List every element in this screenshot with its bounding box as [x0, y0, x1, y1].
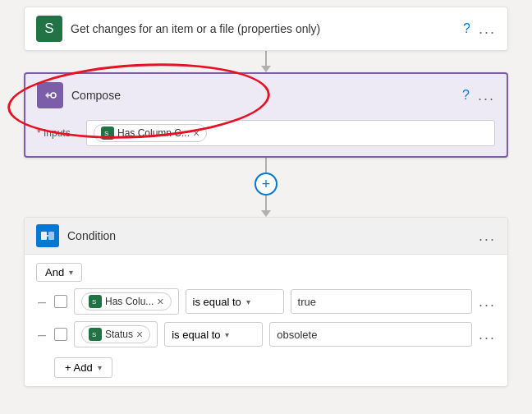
- step1-icon: S: [36, 16, 62, 42]
- condition-body: And ▾ – S Has Colu...: [25, 255, 507, 386]
- condition-title: Condition: [67, 229, 479, 242]
- compose-body: * Inputs S Has Column C... ×: [25, 117, 507, 156]
- add-step-button[interactable]: +: [255, 172, 277, 196]
- has-column-token-row1: S Has Colu... ×: [81, 292, 172, 310]
- row1-operator-text: is equal to: [193, 296, 241, 308]
- connector-2: +: [255, 158, 277, 217]
- row-checkbox-1[interactable]: [54, 295, 67, 308]
- compose-more-icon[interactable]: ...: [478, 87, 495, 104]
- compose-title: Compose: [71, 89, 462, 102]
- row1-token-input[interactable]: S Has Colu... ×: [74, 288, 179, 315]
- connector-1: [261, 51, 271, 72]
- row1-chevron-icon: ▾: [246, 297, 250, 306]
- connector-line: [265, 51, 267, 66]
- row2-token-close[interactable]: ×: [136, 329, 143, 340]
- condition-icon: [36, 224, 59, 247]
- has-column-token: S Has Column C... ×: [94, 124, 207, 142]
- row1-token-text: Has Colu...: [105, 296, 154, 307]
- step1-help-icon[interactable]: ?: [463, 21, 470, 36]
- svg-rect-3: [41, 232, 47, 240]
- row-dash-1: –: [36, 293, 48, 310]
- add-condition-button[interactable]: + Add ▾: [54, 357, 112, 378]
- row1-operator[interactable]: is equal to ▾: [186, 289, 284, 314]
- inputs-token-input[interactable]: S Has Column C... ×: [86, 120, 495, 146]
- and-label: And: [45, 266, 64, 278]
- row2-token-input[interactable]: S Status ×: [74, 321, 158, 347]
- row-checkbox-2[interactable]: [54, 328, 67, 341]
- row2-more-icon[interactable]: ...: [479, 326, 496, 343]
- connector-line-3: [265, 196, 267, 210]
- row2-value[interactable]: obsolete: [269, 322, 472, 347]
- token-sharepoint-icon: S: [101, 126, 114, 140]
- connector-arrow: [261, 66, 271, 72]
- row2-operator-text: is equal to: [172, 329, 220, 341]
- row1-token-close[interactable]: ×: [157, 296, 163, 307]
- compose-header: Compose ? ...: [25, 74, 507, 117]
- compose-card: Compose ? ... * Inputs S Has Column C...: [24, 72, 508, 158]
- row1-value[interactable]: true: [291, 289, 472, 314]
- token-close-icon[interactable]: ×: [193, 127, 200, 139]
- token-icon-row2: S: [89, 328, 102, 341]
- step1-card: S Get changes for an item or a file (pro…: [24, 7, 508, 51]
- step1-more-icon[interactable]: ...: [479, 21, 496, 38]
- compose-help-icon[interactable]: ?: [462, 88, 470, 103]
- svg-rect-4: [48, 232, 54, 240]
- chevron-down-icon: ▾: [69, 268, 73, 277]
- inputs-field-row: * Inputs S Has Column C... ×: [37, 120, 495, 146]
- svg-text:S: S: [104, 130, 108, 137]
- connector-line-2: [265, 158, 267, 172]
- status-token-row2: S Status ×: [81, 325, 150, 343]
- condition-row-1: – S Has Colu... × i: [36, 288, 496, 315]
- condition-row-2: – S Status × is equ: [36, 321, 496, 347]
- token-icon-row1: S: [89, 295, 102, 308]
- row2-token-text: Status: [105, 329, 133, 340]
- svg-text:S: S: [92, 331, 96, 338]
- svg-text:S: S: [92, 298, 96, 306]
- add-label: + Add: [65, 361, 93, 374]
- condition-card: Condition ... And ▾ – S: [24, 217, 508, 387]
- row2-chevron-icon: ▾: [225, 330, 229, 339]
- and-dropdown[interactable]: And ▾: [36, 263, 82, 282]
- token-text: Has Column C...: [117, 127, 190, 139]
- step1-label: Get changes for an item or a file (prope…: [71, 22, 463, 35]
- canvas: S Get changes for an item or a file (pro…: [0, 0, 532, 414]
- row-dash-2: –: [36, 326, 48, 343]
- condition-header: Condition ...: [25, 218, 507, 255]
- row2-operator[interactable]: is equal to ▾: [164, 322, 263, 347]
- inputs-label: * Inputs: [37, 127, 80, 139]
- connector-arrow-2: [261, 210, 271, 217]
- condition-more-icon[interactable]: ...: [479, 228, 496, 245]
- compose-icon: [37, 82, 63, 108]
- add-chevron-icon: ▾: [98, 363, 102, 372]
- row1-more-icon[interactable]: ...: [479, 293, 496, 310]
